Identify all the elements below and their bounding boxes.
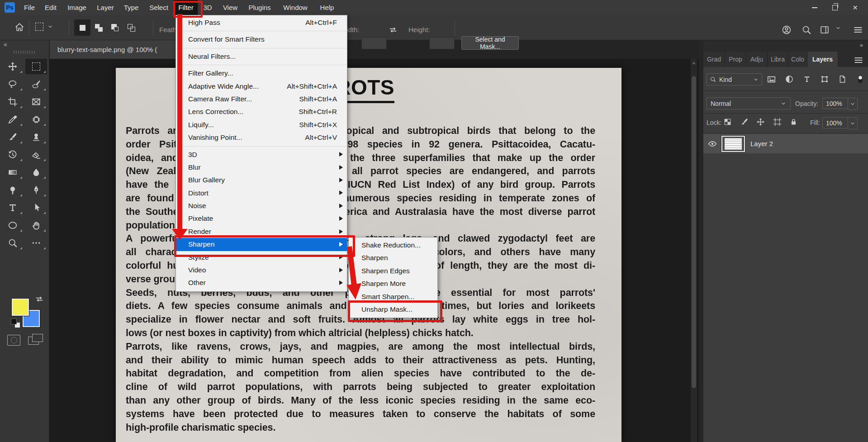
pixel-layer-filter-icon[interactable] (767, 75, 776, 84)
default-colors-icon[interactable] (11, 318, 20, 328)
workspace-icon[interactable] (820, 25, 830, 35)
panel-tab-grad[interactable]: Grad (703, 52, 725, 67)
document-tab[interactable]: blurry-text-sample.png @ 100% ( (50, 40, 179, 59)
ellipse-tool[interactable] (2, 218, 24, 233)
menu-type[interactable]: Type (119, 0, 143, 15)
sharpen-submenu-item-sharpen-more[interactable]: Sharpen More (349, 277, 437, 290)
eraser-tool[interactable] (25, 147, 47, 162)
panel-tab-layers[interactable]: Layers (807, 52, 838, 67)
fill-value[interactable]: 100% (822, 117, 848, 128)
filter-menu-item-sharpen[interactable]: Sharpen (176, 238, 347, 251)
smart-object-filter-icon[interactable] (838, 75, 847, 84)
filter-menu-item-video[interactable]: Video (176, 264, 347, 276)
lock-all-icon[interactable] (789, 118, 798, 126)
width-input[interactable] (361, 37, 387, 49)
select-and-mask-button[interactable]: Select and Mask... (461, 36, 519, 50)
history-brush-tool[interactable] (2, 147, 24, 162)
opacity-value[interactable]: 100% (822, 98, 848, 109)
menu-image[interactable]: Image (63, 0, 91, 15)
home-icon[interactable] (14, 22, 24, 32)
filter-menu-item-distort[interactable]: Distort (176, 187, 347, 200)
panel-menu-icon[interactable] (854, 55, 863, 65)
lock-position-icon[interactable] (756, 118, 765, 126)
object-selection-tool[interactable] (25, 76, 47, 92)
blur-tool[interactable] (25, 165, 47, 180)
layer-row[interactable]: Layer 2 (703, 134, 868, 153)
lock-image-icon[interactable] (740, 118, 749, 126)
share-account-icon[interactable] (782, 25, 792, 35)
sharpen-submenu-item-unsharp-mask[interactable]: Unsharp Mask... (349, 303, 437, 316)
clone-stamp-tool[interactable] (25, 129, 47, 145)
lasso-tool[interactable] (2, 76, 24, 92)
filter-menu-item-pixelate[interactable]: Pixelate (176, 212, 347, 225)
menu-plugins[interactable]: Plugins (244, 0, 275, 15)
lock-transparency-icon[interactable] (723, 118, 732, 126)
gradient-tool[interactable] (2, 165, 24, 180)
layer-name[interactable]: Layer 2 (750, 140, 773, 147)
filter-menu-item-blur[interactable]: Blur (176, 161, 347, 174)
menu-help[interactable]: Help (316, 0, 339, 15)
sharpen-submenu-item-smart-sharpen[interactable]: Smart Sharpen... (349, 290, 437, 303)
tool-preset[interactable] (35, 23, 53, 31)
restore-button[interactable] (825, 0, 845, 15)
screen-mode-button[interactable] (28, 334, 43, 346)
filter-menu-item-noise[interactable]: Noise (176, 200, 347, 212)
eyedropper-tool[interactable] (2, 112, 24, 127)
filter-menu-item-3d[interactable]: 3D (176, 148, 347, 161)
subtract-from-selection-button[interactable] (107, 19, 123, 36)
shape-layer-filter-icon[interactable] (820, 75, 829, 84)
fill-chevron[interactable] (848, 117, 858, 129)
menu-view[interactable]: View (218, 0, 242, 15)
type-tool[interactable] (2, 200, 24, 215)
filter-menu-item-high-pass[interactable]: High PassAlt+Ctrl+F (176, 16, 347, 29)
height-input[interactable] (429, 37, 455, 49)
quick-mask-button[interactable] (7, 335, 20, 346)
panel-tab-colo[interactable]: Colo (788, 52, 807, 67)
scrollbar-thumb[interactable] (692, 76, 696, 388)
sharpen-submenu-item-shake-reduction[interactable]: Shake Reduction... (349, 239, 437, 252)
filter-menu-item-lens-correction[interactable]: Lens Correction...Shift+Ctrl+R (176, 105, 347, 118)
collapse-toolbar-button[interactable]: « (4, 41, 8, 48)
menu-filter[interactable]: Filter (174, 0, 198, 15)
minimize-button[interactable] (804, 0, 825, 15)
pen-tool[interactable] (25, 182, 47, 198)
layer-visibility-eye-icon[interactable] (707, 139, 717, 149)
filter-menu-item-stylize[interactable]: Stylize (176, 251, 347, 264)
menu-file[interactable]: File (19, 0, 39, 15)
search-icon[interactable] (802, 25, 811, 35)
rectangular-marquee-tool[interactable] (25, 59, 47, 74)
adjustment-layer-filter-icon[interactable] (785, 75, 794, 84)
layer-filtering-toggle-icon[interactable] (855, 74, 865, 84)
filter-menu-item-other[interactable]: Other (176, 276, 347, 289)
filter-menu-item-filter-gallery[interactable]: Filter Gallery... (176, 67, 347, 80)
filter-menu-item-blur-gallery[interactable]: Blur Gallery (176, 174, 347, 186)
dodge-tool[interactable] (2, 182, 24, 198)
filter-menu-item-liquify[interactable]: Liquify...Shift+Ctrl+X (176, 119, 347, 131)
panel-tab-libra[interactable]: Libra (768, 52, 788, 67)
move-tool[interactable] (2, 59, 24, 74)
edit-toolbar[interactable] (25, 235, 47, 251)
crop-tool[interactable] (2, 94, 24, 109)
panel-tab-prop[interactable]: Prop (725, 52, 746, 67)
hand-tool[interactable] (25, 218, 47, 233)
menu-select[interactable]: Select (145, 0, 173, 15)
frame-tool[interactable] (25, 94, 47, 109)
menu-edit[interactable]: Edit (40, 0, 61, 15)
filter-menu-item-convert-for-smart-filters[interactable]: Convert for Smart Filters (176, 33, 347, 46)
menu-3d[interactable]: 3D (199, 0, 216, 15)
opacity-chevron[interactable] (848, 98, 858, 110)
path-selection-tool[interactable] (25, 200, 47, 215)
chevron-down-icon[interactable] (835, 25, 841, 31)
panel-tab-adju[interactable]: Adju (746, 52, 768, 67)
filter-menu-item-adaptive-wide-angle[interactable]: Adaptive Wide Angle...Alt+Shift+Ctrl+A (176, 80, 347, 93)
toolbar-grip[interactable] (14, 51, 35, 54)
photoshop-logo-icon[interactable]: Ps (5, 2, 15, 13)
foreground-color-swatch[interactable] (12, 299, 29, 316)
spot-healing-brush-tool[interactable] (25, 112, 47, 127)
new-selection-button[interactable] (74, 19, 90, 36)
filter-menu-item-vanishing-point[interactable]: Vanishing Point...Alt+Ctrl+V (176, 131, 347, 144)
intersect-selection-button[interactable] (123, 19, 139, 36)
type-layer-filter-icon[interactable] (802, 75, 811, 84)
expand-panels-button[interactable]: » (860, 42, 863, 48)
menu-layer[interactable]: Layer (92, 0, 119, 15)
